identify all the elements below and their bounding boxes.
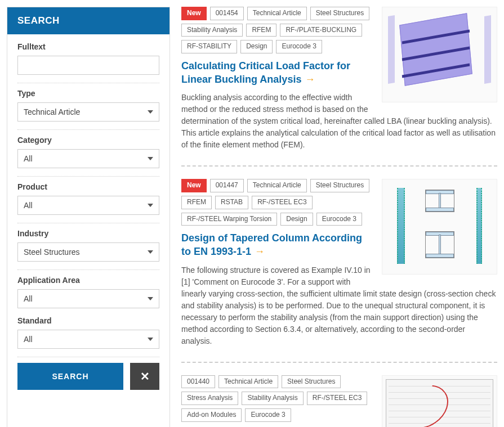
type-label: Type bbox=[17, 89, 159, 98]
tag[interactable]: Steel Structures bbox=[310, 179, 369, 192]
chevron-down-icon bbox=[148, 297, 153, 300]
article-title-text: Design of Tapered Column According to EN… bbox=[181, 232, 362, 257]
article-description: The following structure is covered as Ex… bbox=[181, 264, 497, 347]
tag[interactable]: Add-on Modules bbox=[181, 408, 242, 422]
clear-button[interactable]: ✕ bbox=[130, 363, 159, 390]
search-sidebar: SEARCH Fulltext Type Technical Article C… bbox=[7, 7, 170, 427]
chevron-down-icon bbox=[148, 338, 153, 341]
article-title-text: Calculating Critical Load Factor for Lin… bbox=[181, 60, 350, 85]
tag[interactable]: Eurocode 3 bbox=[276, 40, 322, 53]
tag[interactable]: Steel Structures bbox=[310, 7, 369, 20]
tag[interactable]: 001454 bbox=[210, 7, 244, 20]
chevron-down-icon bbox=[148, 157, 153, 160]
apparea-value: All bbox=[24, 294, 148, 303]
tag[interactable]: Design bbox=[280, 213, 313, 226]
arrow-right-icon: → bbox=[305, 74, 315, 85]
chevron-down-icon bbox=[148, 250, 153, 254]
apparea-select[interactable]: All bbox=[17, 289, 159, 308]
standard-label: Standard bbox=[17, 316, 159, 325]
tag[interactable]: Technical Article bbox=[218, 375, 278, 389]
tag[interactable]: Stability Analysis bbox=[181, 24, 243, 37]
search-button[interactable]: SEARCH bbox=[17, 363, 123, 390]
article-thumbnail[interactable] bbox=[382, 179, 497, 275]
tag-list: New001447Technical ArticleSteel Structur… bbox=[181, 179, 374, 226]
industry-value: Steel Structures bbox=[24, 248, 148, 257]
tag[interactable]: RF-STABILITY bbox=[181, 40, 237, 53]
article-thumbnail[interactable] bbox=[382, 7, 497, 102]
category-value: All bbox=[24, 154, 148, 163]
tag[interactable]: RF-/STEEL Warping Torsion bbox=[181, 213, 277, 226]
apparea-label: Application Area bbox=[17, 276, 159, 285]
standard-value: All bbox=[24, 335, 148, 344]
tag[interactable]: RSTAB bbox=[215, 196, 248, 209]
product-select[interactable]: All bbox=[17, 196, 159, 215]
product-value: All bbox=[24, 201, 148, 210]
tag[interactable]: Technical Article bbox=[247, 179, 307, 192]
close-icon: ✕ bbox=[140, 370, 150, 383]
tag[interactable]: RF-/STEEL EC3 bbox=[307, 392, 368, 405]
tag[interactable]: RFEM bbox=[246, 24, 276, 37]
tag[interactable]: RF-/STEEL EC3 bbox=[252, 196, 313, 209]
fulltext-label: Fulltext bbox=[17, 42, 159, 51]
tag[interactable]: Eurocode 3 bbox=[316, 213, 362, 226]
standard-select[interactable]: All bbox=[17, 330, 159, 349]
industry-label: Industry bbox=[17, 229, 159, 238]
industry-select[interactable]: Steel Structures bbox=[17, 242, 159, 262]
article-thumbnail[interactable] bbox=[382, 375, 497, 427]
tag[interactable]: RF-/PLATE-BUCKLING bbox=[280, 24, 362, 37]
category-select[interactable]: All bbox=[17, 149, 159, 168]
fulltext-input[interactable] bbox=[17, 56, 159, 75]
type-value: Technical Article bbox=[24, 107, 148, 116]
article-item: New001447Technical ArticleSteel Structur… bbox=[181, 179, 497, 362]
arrow-right-icon: → bbox=[255, 246, 265, 257]
type-select[interactable]: Technical Article bbox=[17, 102, 159, 122]
tag-new: New bbox=[181, 179, 207, 192]
results-list: New001454Technical ArticleSteel Structur… bbox=[181, 7, 497, 427]
tag[interactable]: Technical Article bbox=[247, 7, 307, 20]
category-label: Category bbox=[17, 136, 159, 145]
tag[interactable]: Stability Analysis bbox=[242, 392, 303, 405]
product-label: Product bbox=[17, 182, 159, 191]
tag-list: 001440Technical ArticleSteel StructuresS… bbox=[181, 375, 374, 422]
tag[interactable]: Stress Analysis bbox=[181, 392, 238, 405]
tag[interactable]: Steel Structures bbox=[282, 375, 341, 389]
article-item: New001454Technical ArticleSteel Structur… bbox=[181, 7, 497, 167]
sidebar-title: SEARCH bbox=[7, 7, 170, 34]
tag[interactable]: Eurocode 3 bbox=[245, 408, 291, 422]
chevron-down-icon bbox=[148, 204, 153, 207]
tag[interactable]: RFEM bbox=[181, 196, 212, 209]
tag-new: New bbox=[181, 7, 207, 20]
chevron-down-icon bbox=[148, 110, 153, 114]
tag[interactable]: 001440 bbox=[181, 375, 215, 389]
tag[interactable]: Design bbox=[240, 40, 273, 53]
tag[interactable]: 001447 bbox=[210, 179, 244, 192]
article-item: 001440Technical ArticleSteel StructuresS… bbox=[181, 375, 497, 427]
tag-list: New001454Technical ArticleSteel Structur… bbox=[181, 7, 374, 53]
